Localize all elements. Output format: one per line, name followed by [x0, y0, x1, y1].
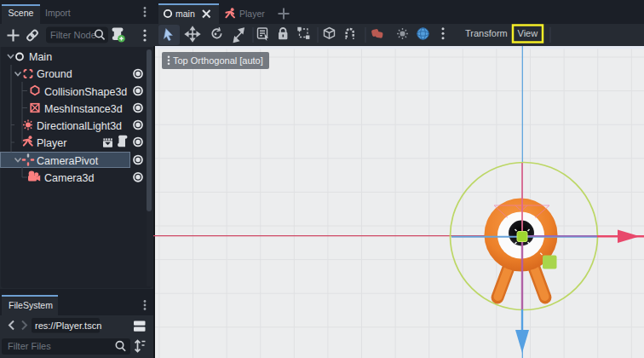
svg-text:Transform: Transform — [465, 28, 508, 38]
svg-text:Filter Files: Filter Files — [8, 341, 51, 351]
svg-text:res://Player.tscn: res://Player.tscn — [35, 320, 101, 331]
svg-text:View: View — [518, 28, 538, 38]
svg-text:Filter Node: Filter Node — [50, 30, 96, 40]
